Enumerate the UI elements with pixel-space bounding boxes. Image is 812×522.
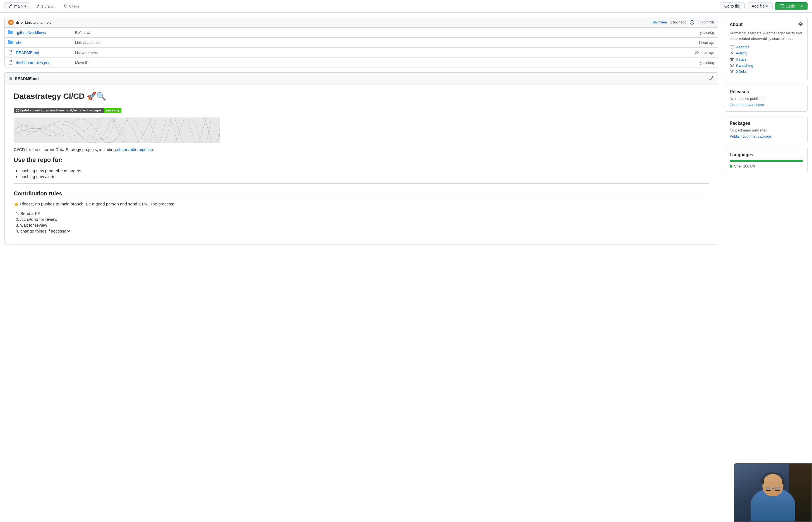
watching-label: 8 watching [736,63,753,67]
commits-link[interactable]: 57 commits [697,20,715,24]
add-file-chevron-icon: ▾ [766,4,768,8]
file-icon [8,50,13,55]
about-section: About Prometheus targets, Alertmanager a… [725,17,808,80]
branch-count-btn[interactable]: 1 branch [33,3,58,9]
languages-title: Languages [730,153,803,157]
readme-content: Datastrategy CI/CD 🚀🔍 Update config prom… [5,85,718,244]
list-item: change things if necessary [20,228,709,233]
activity-icon [730,51,734,55]
file-table: .github/workflows Refine wf yesterday ob… [4,28,718,68]
commit-author: drio [16,20,23,24]
commit-hash[interactable]: ba4feee [653,20,667,24]
sidebar: About Prometheus targets, Alertmanager a… [725,17,808,518]
add-file-label: Add file [752,4,765,8]
list-icon [8,77,13,81]
avatar: d [8,20,14,25]
ci-badge: Update config prometheus and/or alertman… [14,108,121,113]
commit-row: d drio Link to channels ba4feee 1 hour a… [4,17,718,28]
packages-desc: No packages published [730,128,803,132]
file-commit-msg: List workflows [75,51,683,55]
languages-section: Languages Shell 100.0% [725,148,808,173]
list-item: Send a PR [20,211,709,216]
readme-heading: Datastrategy CI/CD 🚀🔍 [14,92,709,103]
forks-label: 0 forks [736,69,747,74]
stars-row[interactable]: 0 stars [730,57,803,61]
about-title: About [730,22,743,27]
branch-selector[interactable]: main ▾ [4,2,30,10]
releases-link[interactable]: Create a new release [730,103,764,107]
about-header: About [730,22,803,27]
forks-row[interactable]: 0 forks [730,69,803,74]
branch-count-label: 1 branch [41,4,56,8]
goto-file-button[interactable]: Go to file [719,2,745,10]
list-item: wait for review [20,223,709,227]
main-layout: d drio Link to channels ba4feee 1 hour a… [0,13,812,522]
svg-rect-1 [14,118,220,143]
readme-badge: Update config prometheus and/or alertman… [14,108,121,113]
readme-image-svg [14,118,220,143]
video-person [734,464,811,521]
readme-steps-list: Send a PR /cc @drio for review wait for … [20,211,709,233]
file-name[interactable]: dashboard-pies.png [16,61,72,65]
commit-message: Link to channels [25,20,52,24]
packages-link[interactable]: Publish your first package [730,134,771,138]
commit-row-left: d drio Link to channels [8,20,52,25]
file-time: 20 hours ago [687,51,715,55]
tag-count-label: 0 tags [69,4,79,8]
readme-use-heading: Use the repo for: [14,156,709,165]
activity-link-text: Activity [736,51,747,55]
clock-icon [690,20,694,24]
readme-contribution-intro: ☝ Please, no pushes to main branch. Be a… [14,202,709,206]
table-row: README.md List workflows 20 hours ago [5,48,718,58]
content-area: d drio Link to channels ba4feee 1 hour a… [4,17,718,518]
file-commit-msg: Move files [75,61,683,65]
readme-image [14,118,220,143]
readme-description: CI/CD for the different Data Strategy pr… [14,147,709,152]
readme-contribution-heading: Contribution rules [14,190,709,198]
about-settings-button[interactable] [798,22,803,27]
releases-section: Releases No releases published Create a … [725,85,808,112]
readme-header-left: README.md [8,77,39,81]
commit-row-right: ba4feee 1 hour ago 57 commits [653,20,715,24]
table-row: .github/workflows Refine wf yesterday [5,28,718,38]
releases-title: Releases [730,89,803,94]
readme-use-list: pushing new prometheus targets pushing n… [20,168,709,179]
releases-desc: No releases published [730,97,803,101]
badge-left-text: Update config prometheus and/or alertman… [20,108,102,112]
table-row: obs Link to channels 1 hour ago [5,38,718,48]
shell-lang-dot [730,165,732,168]
languages-bar [730,160,803,162]
add-file-button[interactable]: Add file ▾ [747,2,773,10]
observable-pipeline-link[interactable]: observable pipeline [117,147,153,152]
file-name[interactable]: .github/workflows [16,31,72,35]
file-time: yesterday [687,31,715,35]
code-label: Code [786,4,795,8]
page-wrapper: main ▾ 1 branch 0 tags Go to file Add fi… [0,0,812,522]
file-time: yesterday [687,61,715,65]
list-item: pushing new alerts [20,174,709,179]
file-icon [8,60,13,65]
list-item: /cc @drio for review [20,217,709,222]
readme-divider [14,183,709,184]
file-commit-msg: Link to channels [75,40,683,45]
language-item: Shell 100.0% [730,164,803,168]
branch-chevron-icon: ▾ [24,4,26,8]
readme-title-label: README.md [15,77,39,81]
file-name[interactable]: README.md [16,51,72,55]
packages-section: Packages No packages published Publish y… [725,116,808,143]
tag-count-btn[interactable]: 0 tags [61,3,81,9]
watching-row[interactable]: 8 watching [730,63,803,67]
star-icon [730,57,734,61]
code-btn-divider [798,4,798,8]
commits-count: 57 commits [697,20,715,24]
readme-edit-button[interactable] [708,75,715,82]
code-button[interactable]: Code ▾ [775,2,808,10]
code-chevron-icon: ▾ [801,4,803,8]
file-commit-msg: Refine wf [75,31,683,35]
code-icon [779,4,784,8]
file-name[interactable]: obs [16,40,72,45]
readme-link-row[interactable]: Readme [730,45,803,49]
activity-link-row[interactable]: Activity [730,51,803,55]
readme-header: README.md [5,73,718,85]
branch-label: main [14,4,23,8]
